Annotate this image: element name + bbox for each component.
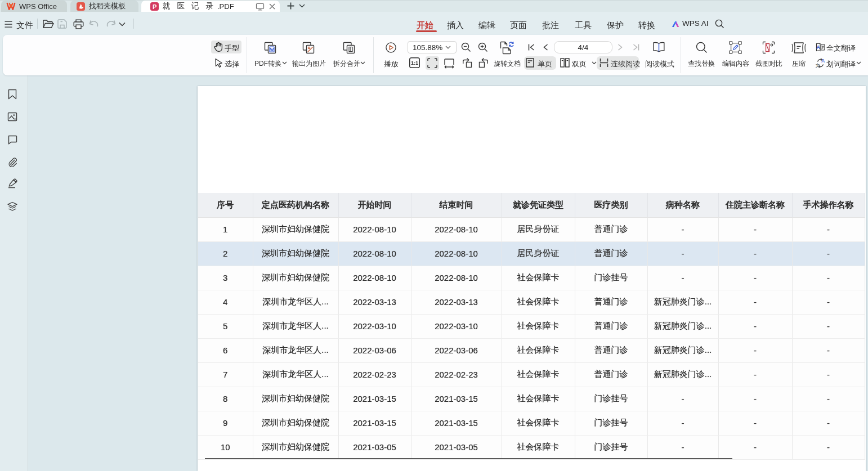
svg-text:A: A [817,44,820,50]
svg-text:A: A [821,58,825,64]
svg-text:1:1: 1:1 [411,60,418,66]
svg-text:文: 文 [816,63,820,68]
svg-text:P: P [153,3,156,10]
